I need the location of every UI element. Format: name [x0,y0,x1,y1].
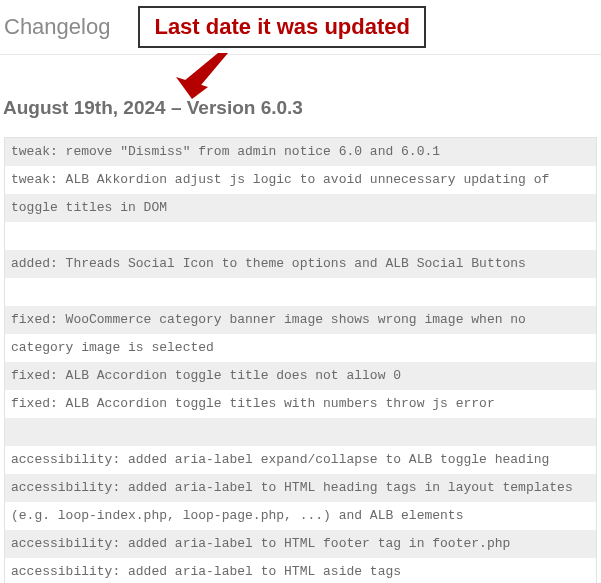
header-row: Changelog Last date it was updated [0,0,601,55]
log-line: tweak: remove "Dismiss" from admin notic… [5,138,596,166]
log-line: toggle titles in DOM [5,194,596,222]
version-heading: August 19th, 2024 – Version 6.0.3 [0,91,601,135]
log-line: (e.g. loop-index.php, loop-page.php, ...… [5,502,596,530]
changelog-box: tweak: remove "Dismiss" from admin notic… [4,137,597,583]
log-line: accessibility: added aria-label to HTML … [5,558,596,583]
log-line: fixed: ALB Accordion toggle titles with … [5,390,596,418]
log-line [5,222,596,250]
log-line: fixed: ALB Accordion toggle title does n… [5,362,596,390]
log-line: tweak: ALB Akkordion adjust js logic to … [5,166,596,194]
log-line [5,278,596,306]
arrow-down-left-icon [168,51,228,101]
annotation-callout: Last date it was updated [138,6,426,48]
page-title: Changelog [4,14,110,40]
log-line: accessibility: added aria-label to HTML … [5,474,596,502]
log-line: accessibility: added aria-label expand/c… [5,446,596,474]
log-line: added: Threads Social Icon to theme opti… [5,250,596,278]
log-line: accessibility: added aria-label to HTML … [5,530,596,558]
log-line [5,418,596,446]
log-line: fixed: WooCommerce category banner image… [5,306,596,334]
arrow-wrap [0,55,601,91]
log-line: category image is selected [5,334,596,362]
